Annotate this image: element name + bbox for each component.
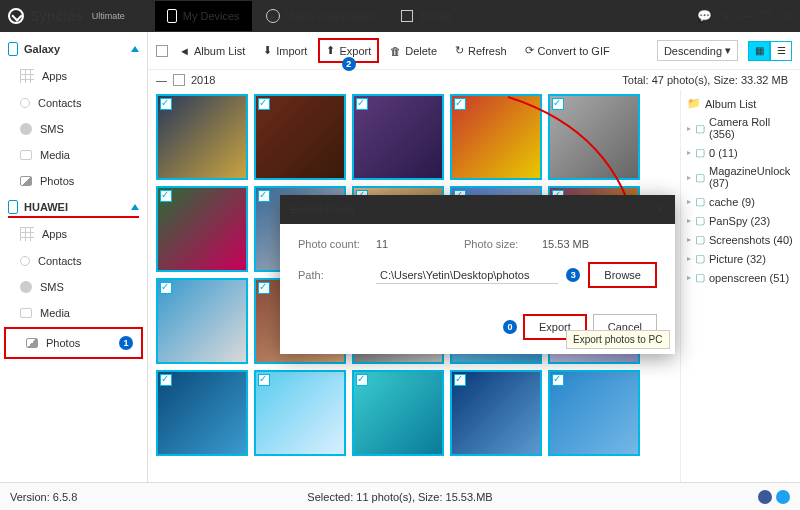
device-galaxy[interactable]: Galaxy <box>0 36 147 62</box>
photo-thumb[interactable] <box>254 94 346 180</box>
thumb-checkbox[interactable] <box>160 282 172 294</box>
album-panel: 📁Album List ▸▢Camera Roll (356)▸▢0 (11)▸… <box>680 90 800 482</box>
thumb-checkbox[interactable] <box>160 374 172 386</box>
sidebar-item-apps[interactable]: Apps <box>0 220 147 248</box>
syncios-icon <box>8 8 24 24</box>
export-button[interactable]: ⬆Export2 <box>318 38 379 63</box>
sidebar-item-sms[interactable]: SMS <box>0 274 147 300</box>
sidebar-item-photos[interactable]: Photos <box>0 168 147 194</box>
sms-icon <box>20 123 32 135</box>
photos-icon <box>26 338 38 348</box>
selection-label: Selected: 11 photo(s), Size: 15.53.MB <box>307 491 492 503</box>
sidebar-item-media[interactable]: Media <box>0 142 147 168</box>
app-name: Syncios <box>30 8 84 24</box>
dialog-close-icon[interactable]: ✕ <box>656 203 665 216</box>
photo-count-value: 11 <box>376 238 456 250</box>
minimize-icon[interactable]: — <box>739 9 751 23</box>
photo-thumb[interactable] <box>450 370 542 456</box>
view-list-button[interactable]: ☰ <box>770 41 792 61</box>
thumb-checkbox[interactable] <box>160 190 172 202</box>
sidebar-item-photos[interactable]: Photos1 <box>4 327 143 359</box>
thumb-checkbox[interactable] <box>356 374 368 386</box>
thumb-checkbox[interactable] <box>454 98 466 110</box>
close-icon[interactable]: ✕ <box>782 9 792 23</box>
nav-toolkit[interactable]: Toolkit <box>389 1 462 31</box>
photo-thumb[interactable] <box>156 278 248 364</box>
year-checkbox[interactable] <box>173 74 185 86</box>
sidebar-item-apps[interactable]: Apps <box>0 62 147 90</box>
image-icon: ▢ <box>695 214 705 227</box>
photo-thumb[interactable] <box>548 94 640 180</box>
refresh-button[interactable]: ↻Refresh <box>448 39 514 62</box>
chevron-right-icon: ▸ <box>687 148 691 157</box>
convert-gif-button[interactable]: ⟳Convert to GIF <box>518 39 617 62</box>
photo-thumb[interactable] <box>156 186 248 272</box>
thumb-checkbox[interactable] <box>552 98 564 110</box>
twitter-icon[interactable] <box>776 490 790 504</box>
album-item[interactable]: ▸▢Screenshots (40) <box>685 230 796 249</box>
device-huawei[interactable]: HUAWEI <box>0 194 147 220</box>
collapse-icon <box>131 204 139 210</box>
import-icon: ⬇ <box>263 44 272 57</box>
album-list-button[interactable]: ◄Album List <box>172 40 252 62</box>
list-icon: ☰ <box>777 45 786 56</box>
thumb-checkbox[interactable] <box>454 374 466 386</box>
main-nav: My Devices ▸Video Downloader Toolkit <box>155 1 463 31</box>
stats-label: Total: 47 photo(s), Size: 33.32 MB <box>622 74 788 86</box>
thumb-checkbox[interactable] <box>258 190 270 202</box>
nav-my-devices[interactable]: My Devices <box>155 1 252 31</box>
status-bar: Version: 6.5.8 Selected: 11 photo(s), Si… <box>0 482 800 510</box>
toolbar: ◄Album List ⬇Import ⬆Export2 🗑Delete ↻Re… <box>148 32 800 70</box>
thumb-checkbox[interactable] <box>552 374 564 386</box>
chat-icon[interactable]: 💬 <box>697 9 712 23</box>
maximize-icon[interactable]: ☐ <box>761 9 772 23</box>
media-icon <box>20 308 32 318</box>
thumb-checkbox[interactable] <box>160 98 172 110</box>
path-input[interactable] <box>376 267 558 284</box>
collapse-toggle[interactable]: — <box>156 74 167 86</box>
album-list-header[interactable]: 📁Album List <box>685 94 796 113</box>
thumb-checkbox[interactable] <box>258 282 270 294</box>
menu-icon[interactable]: ≡ <box>722 9 729 23</box>
thumb-checkbox[interactable] <box>258 98 270 110</box>
facebook-icon[interactable] <box>758 490 772 504</box>
album-item[interactable]: ▸▢cache (9) <box>685 192 796 211</box>
nav-video-downloader[interactable]: ▸Video Downloader <box>254 1 388 31</box>
photo-thumb[interactable] <box>548 370 640 456</box>
photo-thumb[interactable] <box>254 370 346 456</box>
photo-thumb[interactable] <box>352 370 444 456</box>
apps-icon <box>20 227 34 241</box>
sidebar-item-sms[interactable]: SMS <box>0 116 147 142</box>
thumb-checkbox[interactable] <box>258 374 270 386</box>
chevron-down-icon: ▾ <box>725 44 731 57</box>
album-item[interactable]: ▸▢0 (11) <box>685 143 796 162</box>
thumb-checkbox[interactable] <box>356 98 368 110</box>
phone-icon <box>8 42 18 56</box>
album-item[interactable]: ▸▢openscreen (51) <box>685 268 796 287</box>
sort-dropdown[interactable]: Descending▾ <box>657 40 738 61</box>
image-icon: ▢ <box>695 146 705 159</box>
view-grid-button[interactable]: ▦ <box>748 41 770 61</box>
folder-icon: 📁 <box>687 97 701 110</box>
contacts-icon <box>20 256 30 266</box>
phone-icon <box>167 9 177 23</box>
select-all-checkbox[interactable] <box>156 45 168 57</box>
photo-thumb[interactable] <box>156 370 248 456</box>
dialog-header: Export Photo ✕ <box>280 195 675 224</box>
contacts-icon <box>20 98 30 108</box>
photo-thumb[interactable] <box>156 94 248 180</box>
sms-icon <box>20 281 32 293</box>
album-item[interactable]: ▸▢MagazineUnlock (87) <box>685 162 796 192</box>
import-button[interactable]: ⬇Import <box>256 39 314 62</box>
sidebar-item-contacts[interactable]: Contacts <box>0 248 147 274</box>
sidebar-item-media[interactable]: Media <box>0 300 147 326</box>
album-item[interactable]: ▸▢Picture (32) <box>685 249 796 268</box>
photo-thumb[interactable] <box>352 94 444 180</box>
delete-button[interactable]: 🗑Delete <box>383 40 444 62</box>
sidebar-item-contacts[interactable]: Contacts <box>0 90 147 116</box>
album-item[interactable]: ▸▢PanSpy (23) <box>685 211 796 230</box>
album-item[interactable]: ▸▢Camera Roll (356) <box>685 113 796 143</box>
photo-thumb[interactable] <box>450 94 542 180</box>
photo-count-label: Photo count: <box>298 238 368 250</box>
browse-button[interactable]: Browse <box>588 262 657 288</box>
